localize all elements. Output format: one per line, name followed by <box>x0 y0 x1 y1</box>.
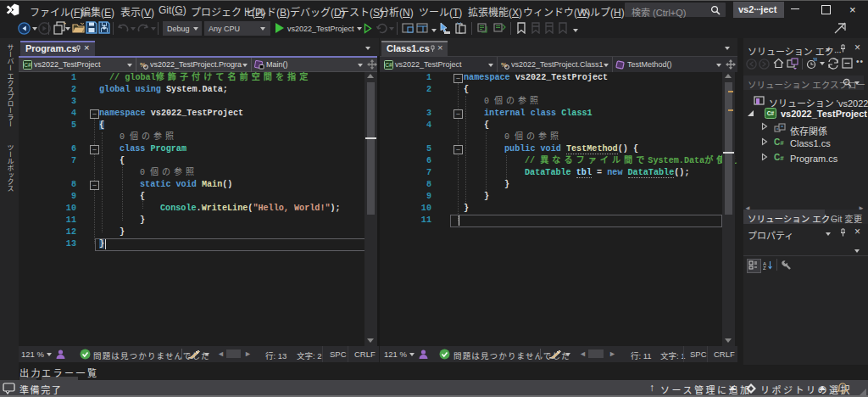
svg-text:C#: C# <box>385 62 392 68</box>
svg-text:C#: C# <box>767 110 775 116</box>
svg-text:C#: C# <box>24 62 31 68</box>
svg-text:Z: Z <box>763 266 766 270</box>
